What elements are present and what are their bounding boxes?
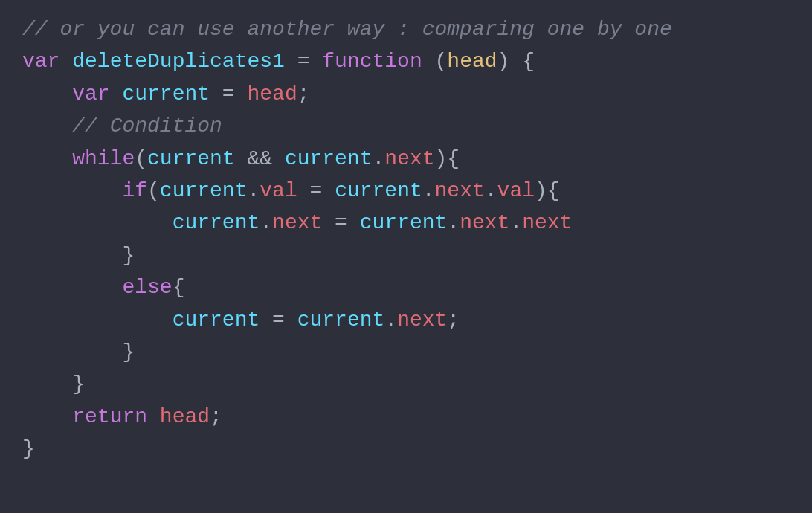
code-token: = — [285, 45, 322, 77]
code-token — [22, 78, 72, 110]
code-token: current — [360, 207, 448, 239]
code-token: current — [297, 304, 385, 336]
code-line: } — [22, 336, 790, 368]
code-token: . — [447, 207, 460, 239]
code-token: current — [147, 143, 235, 175]
code-token: ; — [297, 78, 310, 110]
code-token: ( — [147, 175, 160, 207]
code-token: . — [384, 304, 397, 336]
code-line: while(current && current.next){ — [22, 143, 790, 175]
code-line: var current = head; — [22, 78, 790, 110]
code-token: . — [422, 175, 435, 207]
code-token: ){ — [435, 143, 460, 175]
code-block: // or you can use another way : comparin… — [0, 0, 812, 513]
code-token — [22, 143, 72, 175]
code-token — [22, 175, 122, 207]
code-token: ) { — [497, 45, 535, 77]
code-line: if(current.val = current.next.val){ — [22, 175, 790, 207]
code-token: current — [335, 175, 422, 207]
code-token: } — [72, 368, 85, 400]
code-token: current — [160, 175, 248, 207]
code-token: { — [173, 271, 185, 303]
code-token: current — [285, 143, 373, 175]
code-line: // Condition — [22, 110, 790, 142]
code-token: current — [173, 304, 260, 336]
code-token: val — [260, 175, 297, 207]
code-token: = — [210, 78, 247, 110]
code-token: head — [160, 401, 210, 433]
code-token: } — [122, 239, 135, 271]
code-token: . — [509, 207, 522, 239]
code-token: next — [384, 143, 434, 175]
code-token: next — [460, 207, 509, 239]
code-token — [22, 207, 173, 239]
code-token: = — [322, 207, 359, 239]
code-token — [22, 110, 72, 142]
code-token: head — [447, 45, 497, 77]
code-token: var — [22, 45, 72, 77]
code-line: } — [22, 239, 790, 271]
code-token — [22, 401, 72, 433]
code-token: while — [72, 143, 135, 175]
code-line: else{ — [22, 271, 790, 303]
code-line: return head; — [22, 401, 790, 433]
code-token: = — [297, 175, 335, 207]
code-token: val — [497, 175, 535, 207]
code-token — [22, 368, 72, 400]
code-line: current = current.next; — [22, 304, 790, 336]
code-token: . — [247, 175, 260, 207]
code-token: ; — [210, 401, 222, 433]
code-token — [22, 271, 122, 303]
code-token: current — [122, 78, 210, 110]
code-token: ; — [447, 304, 460, 336]
code-token — [22, 239, 122, 271]
code-line: // or you can use another way : comparin… — [22, 13, 790, 45]
code-token: next — [435, 175, 485, 207]
code-token: . — [485, 175, 497, 207]
code-token: return — [72, 401, 147, 433]
code-token: next — [272, 207, 322, 239]
code-token: else — [122, 271, 172, 303]
code-token: var — [72, 78, 122, 110]
code-token: current — [173, 207, 260, 239]
code-token: . — [373, 143, 385, 175]
code-token: } — [122, 336, 135, 368]
code-line: } — [22, 433, 790, 465]
code-token: ){ — [535, 175, 560, 207]
code-token: next — [522, 207, 572, 239]
code-token: && — [235, 143, 285, 175]
code-token: head — [247, 78, 297, 110]
code-token: // or you can use another way : comparin… — [22, 13, 672, 45]
code-token — [147, 401, 160, 433]
code-token — [22, 304, 173, 336]
code-token: // Condition — [72, 110, 222, 142]
code-token: ( — [135, 143, 147, 175]
code-line: } — [22, 368, 790, 400]
code-line: current.next = current.next.next — [22, 207, 790, 239]
code-token: function — [322, 45, 422, 77]
code-token: } — [22, 433, 35, 465]
code-token: = — [260, 304, 297, 336]
code-token: deleteDuplicates1 — [72, 45, 285, 77]
code-token: if — [122, 175, 147, 207]
code-token: . — [260, 207, 272, 239]
code-token: ( — [422, 45, 448, 77]
code-token: next — [397, 304, 447, 336]
code-line: var deleteDuplicates1 = function (head) … — [22, 45, 790, 77]
code-token — [22, 336, 122, 368]
